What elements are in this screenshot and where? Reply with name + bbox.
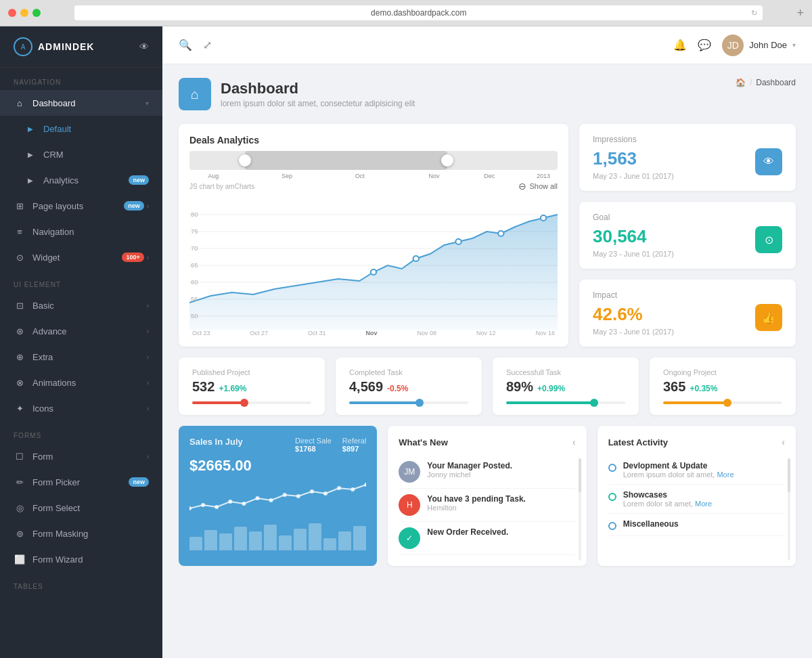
referal-label: Referal	[342, 437, 366, 445]
form-wizard-icon: ⬜	[14, 553, 26, 565]
latest-item-sub: Lorem dolor sit amet, More	[623, 500, 785, 508]
icons-icon: ✦	[14, 402, 26, 414]
svg-point-24	[323, 491, 328, 496]
sidebar-item-basic[interactable]: ⊡ Basic ›	[0, 292, 162, 318]
svg-text:75: 75	[191, 228, 198, 235]
latest-dot-misc	[608, 522, 616, 530]
main-content: 🔍 ⤢ 🔔 💬 JD John Doe ▾ ⌂ Dashboar	[162, 26, 812, 658]
url-text: demo.dashboardpack.com	[371, 8, 466, 18]
metric-label: Completed Task	[349, 368, 468, 376]
eye-stat-icon: 👁	[763, 156, 774, 168]
metric-successful: Successfull Task 89% +0.99%	[493, 357, 639, 415]
dashboard-icon: ⌂	[14, 97, 26, 109]
chart-range-bar[interactable]: Aug Sep Oct Nov Dec 2013	[189, 151, 558, 170]
metric-bar	[349, 401, 468, 404]
browser-dots	[8, 9, 41, 17]
range-handle-right[interactable]	[441, 154, 453, 167]
user-dropdown-icon[interactable]: ▾	[792, 41, 796, 49]
x-label: Oct 31	[308, 330, 326, 336]
whats-new-card: What's New ‹ JM Your Manager Posted. Jon…	[388, 426, 586, 566]
show-all-button[interactable]: ⊖ Show all	[518, 181, 558, 192]
latest-content: Devlopment & Update Lorem ipsum dolor si…	[623, 461, 785, 479]
bell-icon[interactable]: 🔔	[673, 39, 687, 51]
topbar-left: 🔍 ⤢	[179, 39, 212, 51]
user-area[interactable]: JD John Doe ▾	[722, 35, 796, 56]
metric-change: -0.5%	[387, 384, 408, 393]
sales-bar-chart	[189, 523, 366, 550]
activity-item-order: ✓ New Order Received.	[399, 522, 575, 555]
range-handle-left[interactable]	[239, 154, 251, 167]
sidebar-item-crm[interactable]: ▶ CRM	[0, 141, 162, 167]
sidebar-item-animations[interactable]: ⊗ Animations ›	[0, 370, 162, 395]
top-grid: Deals Analytics Aug Sep Oct Nov Dec 2013	[179, 124, 796, 347]
svg-point-20	[269, 498, 273, 502]
activity-title: New Order Received.	[427, 527, 575, 537]
chat-icon[interactable]: 💬	[698, 39, 711, 51]
latest-content: Miscellaneous	[623, 519, 785, 529]
sidebar-item-default[interactable]: ▶ Default	[0, 116, 162, 141]
latest-arrow[interactable]: ‹	[782, 437, 785, 447]
latest-title: Latest Activity	[608, 437, 668, 447]
bar	[249, 531, 262, 550]
sidebar-item-analytics[interactable]: ▶ Analytics new	[0, 167, 162, 193]
sidebar-item-label: Advance	[32, 326, 147, 336]
expand-icon[interactable]: ⤢	[203, 39, 212, 51]
refresh-icon[interactable]: ↻	[751, 9, 757, 18]
x-label: Nov 08	[417, 330, 436, 336]
impact-icon-box: 👍	[755, 304, 782, 331]
eye-icon[interactable]: 👁	[139, 41, 149, 52]
bar	[294, 529, 307, 550]
sidebar-item-label: Form Picker	[32, 477, 125, 487]
sidebar-item-label: Page layouts	[32, 201, 120, 211]
metric-val: 532	[192, 379, 215, 395]
whats-new-arrow[interactable]: ‹	[572, 437, 576, 447]
range-label-nov: Nov	[429, 173, 440, 179]
impact-value: 42.6%	[593, 304, 674, 325]
sidebar-item-form-select[interactable]: ◎ Form Select	[0, 495, 162, 521]
sidebar-item-label: Animations	[32, 378, 147, 388]
latest-dot-dev	[608, 464, 616, 472]
sidebar-item-form-picker[interactable]: ✏ Form Picker new	[0, 469, 162, 495]
sidebar-item-form[interactable]: ☐ Form ›	[0, 443, 162, 469]
scrollbar-thumb	[788, 458, 790, 492]
svg-point-14	[189, 506, 191, 510]
browser-chrome: demo.dashboardpack.com ↻ +	[0, 0, 812, 26]
activity-avatar: JM	[399, 461, 420, 483]
search-icon[interactable]: 🔍	[179, 39, 192, 51]
metric-bar	[506, 401, 625, 404]
sidebar-item-advance[interactable]: ⊛ Advance ›	[0, 318, 162, 344]
form-select-icon: ◎	[14, 502, 26, 514]
direct-sale: Direct Sale $1768	[295, 437, 332, 453]
goal-label: Goal	[593, 213, 782, 222]
x-axis-labels: Oct 23 Oct 27 Oct 31 Nov Nov 08 Nov 12 N…	[189, 330, 558, 336]
sidebar-item-dashboard[interactable]: ⌂ Dashboard ▾	[0, 90, 162, 116]
avatar: JD	[722, 35, 744, 56]
activity-avatar: ✓	[399, 527, 420, 549]
activity-item-manager: JM Your Manager Posted. Jonny michel	[399, 456, 575, 489]
sidebar-item-form-wizard[interactable]: ⬜ Form Wizard	[0, 546, 162, 572]
sidebar-item-page-layouts[interactable]: ⊞ Page layouts new ›	[0, 193, 162, 219]
chart-dot	[371, 269, 376, 275]
latest-dot-showcases	[608, 493, 616, 501]
sidebar-item-widget[interactable]: ⊙ Widget 100+ ›	[0, 244, 162, 270]
sidebar-item-extra[interactable]: ⊕ Extra ›	[0, 344, 162, 370]
sidebar-item-label: Basic	[32, 301, 147, 311]
sales-line-chart	[189, 481, 366, 515]
search-plus-icon: ⊖	[518, 181, 526, 192]
svg-point-19	[255, 496, 259, 500]
sidebar-item-icons[interactable]: ✦ Icons ›	[0, 395, 162, 421]
more-link[interactable]: More	[695, 500, 712, 508]
metric-val: 365	[663, 379, 685, 395]
sidebar-item-form-masking[interactable]: ⊚ Form Masking	[0, 521, 162, 546]
metric-ongoing: Ongoing Project 365 +0.35%	[650, 357, 796, 415]
widget-badge: 100+	[122, 253, 143, 262]
sidebar-item-navigation[interactable]: ≡ Navigation	[0, 219, 162, 244]
more-link[interactable]: More	[717, 470, 734, 479]
new-tab-button[interactable]: +	[796, 6, 804, 20]
breadcrumb-home-icon[interactable]: 🏠	[736, 78, 746, 87]
sidebar-item-label: Dashboard	[32, 98, 145, 108]
page-title: Dashboard	[221, 80, 415, 97]
address-bar[interactable]: demo.dashboardpack.com ↻	[74, 5, 763, 20]
latest-item-showcases: Showcases Lorem dolor sit amet, More	[608, 485, 785, 514]
impact-label: Impact	[593, 290, 782, 300]
